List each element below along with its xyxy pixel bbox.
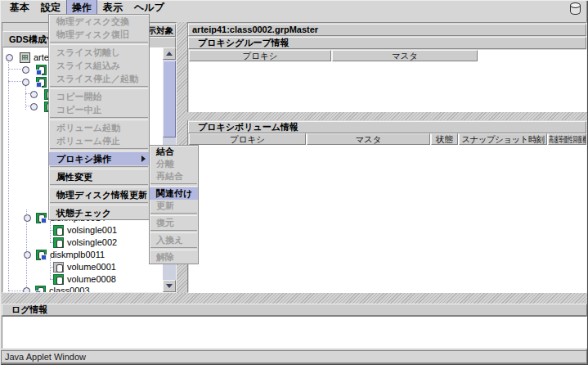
submenu-item-update[interactable]: 更新 — [150, 200, 198, 212]
submenu-item-rejoin[interactable]: 再結合 — [150, 170, 198, 182]
column-header-proxy[interactable]: プロキシ — [189, 133, 306, 145]
tree-node-diskmplb0011[interactable]: diskmplb0011 — [3, 249, 105, 260]
menu-item-physical-disk-swap[interactable]: 物理ディスク交換 — [49, 15, 149, 28]
tree-node-label: volume0001 — [67, 262, 116, 272]
menu-item-copy-cancel[interactable]: コピー中止 — [49, 103, 149, 116]
tree-corner-cell — [146, 37, 176, 48]
tree-expander-icon[interactable] — [23, 287, 30, 293]
menu-item-change-attributes[interactable]: 属性変更 — [49, 170, 149, 183]
menu-help[interactable]: ヘルプ — [129, 0, 169, 16]
tree-node-volume0008[interactable]: volume0008 — [3, 273, 116, 285]
tree-node-volsingle001[interactable]: volsingle001 — [3, 224, 117, 236]
host-icon — [20, 52, 30, 63]
menu-separator — [150, 183, 197, 187]
tree-node-label: class0003 — [49, 286, 90, 292]
tree-node-volume0001[interactable]: volume0001 — [3, 261, 116, 273]
menu-separator — [50, 86, 148, 89]
tree-node-label: volsingle001 — [67, 225, 117, 235]
class-icon — [36, 77, 47, 88]
scroll-down-button[interactable] — [163, 280, 176, 292]
column-header-proxy[interactable]: プロキシ — [189, 50, 331, 61]
tree-expander-icon[interactable] — [22, 66, 29, 74]
object-info-panel: arteip41:class0002.grpMaster プロキシグループ情報 … — [187, 22, 587, 293]
tree-node-volsingle002[interactable]: volsingle002 — [3, 237, 117, 248]
submenu-item-relate[interactable]: 関連付け — [150, 187, 198, 200]
menu-separator — [50, 166, 148, 169]
submenu-item-swap[interactable]: 入換え — [150, 234, 198, 246]
column-header-master[interactable]: マスタ — [307, 133, 430, 145]
column-header-instant-restore[interactable]: 高速等価性回復機構 — [548, 133, 586, 145]
menu-item-slice-stop-start[interactable]: スライス停止／起動 — [49, 72, 149, 85]
disk-cylinder-icon — [570, 2, 581, 15]
menu-item-volume-stop[interactable]: ボリューム停止 — [49, 134, 149, 147]
menu-separator — [50, 148, 148, 151]
tree-expander-icon[interactable] — [24, 251, 31, 259]
gds-applet-window: 基本 設定 操作 表示 ヘルプ GDS構成ツリー 表示対象 — [0, 0, 588, 365]
tree-expander-icon[interactable] — [22, 79, 29, 86]
volume-icon — [53, 225, 64, 236]
log-output-area — [2, 316, 587, 349]
scroll-up-button[interactable] — [163, 47, 176, 60]
submenu-item-part[interactable]: 分離 — [150, 158, 198, 170]
display-target-header: 表示対象 — [146, 24, 176, 37]
tree-expander-icon[interactable] — [30, 91, 38, 98]
proxy-volume-table-body — [189, 133, 586, 293]
menu-view[interactable]: 表示 — [98, 0, 128, 16]
horizontal-splitter[interactable] — [187, 112, 587, 120]
tree-node-label: diskmplb0011 — [50, 250, 105, 259]
column-header-master[interactable]: マスタ — [332, 50, 478, 61]
menu-operation[interactable]: 操作 — [67, 0, 97, 16]
submenu-item-join[interactable]: 結合 — [150, 146, 198, 158]
menu-separator — [50, 202, 148, 205]
tree-node-class[interactable] — [3, 76, 50, 88]
menu-separator — [50, 184, 148, 187]
tree-expander-icon[interactable] — [24, 214, 31, 222]
menu-item-slice-attach[interactable]: スライス組込み — [49, 59, 149, 72]
menubar: 基本 設定 操作 表示 ヘルプ — [0, 0, 588, 15]
class-icon — [36, 65, 47, 75]
arrow-down-icon — [166, 284, 173, 288]
menu-settings[interactable]: 設定 — [36, 0, 65, 16]
menu-item-copy-start[interactable]: コピー開始 — [49, 90, 149, 103]
menu-separator — [150, 213, 197, 216]
menu-separator — [50, 117, 148, 120]
volume-icon — [53, 274, 64, 285]
menu-separator — [150, 230, 197, 233]
volume-stopped-icon — [53, 262, 64, 273]
proxy-group-section-header: プロキシグループ情報 — [188, 37, 586, 49]
proxy-volume-section-header: プロキシボリューム情報 — [188, 121, 586, 133]
selection-title: arteip41:class0002.grpMaster — [188, 24, 586, 36]
tree-expander-icon[interactable] — [30, 103, 38, 110]
class-icon — [35, 286, 46, 293]
menu-item-physical-disk-restore[interactable]: 物理ディスク復旧 — [49, 28, 149, 41]
submenu-item-break[interactable]: 解除 — [150, 251, 198, 264]
tree-node-label: volume0008 — [67, 274, 116, 284]
tree-node-class0003[interactable]: class0003 — [3, 285, 90, 292]
volume-icon — [53, 237, 64, 248]
disk-icon — [36, 213, 47, 223]
status-bar: Java Applet Window — [1, 350, 587, 363]
tree-node-label: volsingle002 — [67, 237, 117, 247]
submenu-item-restore[interactable]: 復元 — [150, 217, 198, 229]
log-splitter[interactable] — [2, 293, 587, 304]
menu-separator — [50, 42, 148, 45]
scrollbar-thumb[interactable] — [163, 61, 176, 137]
menu-item-slice-detach[interactable]: スライス切離し — [49, 46, 149, 59]
menu-item-volume-start[interactable]: ボリューム起動 — [49, 121, 149, 134]
disk-icon — [36, 250, 47, 260]
menu-basic[interactable]: 基本 — [5, 0, 34, 16]
submenu-arrow-icon — [141, 155, 146, 162]
tree-expander-icon[interactable] — [6, 54, 13, 61]
menu-item-update-physical-disk-info[interactable]: 物理ディスク情報更新 — [49, 188, 149, 201]
column-header-snapshot-time[interactable]: スナップショット時刻 — [459, 133, 547, 145]
proxy-submenu: 結合 分離 再結合 関連付け 更新 復元 入換え 解除 — [149, 145, 199, 264]
operation-menu: 物理ディスク交換 物理ディスク復旧 スライス切離し スライス組込み スライス停止… — [48, 14, 150, 220]
log-section-header: ログ情報 — [2, 304, 587, 316]
arrow-up-icon — [166, 52, 173, 56]
menu-separator — [150, 247, 197, 250]
menu-item-check-status[interactable]: 状態チェック — [49, 206, 149, 219]
tree-node-class[interactable] — [3, 64, 50, 75]
column-header-status[interactable]: 状態 — [431, 133, 458, 145]
menu-item-proxy-operation[interactable]: プロキシ操作 — [49, 152, 149, 165]
